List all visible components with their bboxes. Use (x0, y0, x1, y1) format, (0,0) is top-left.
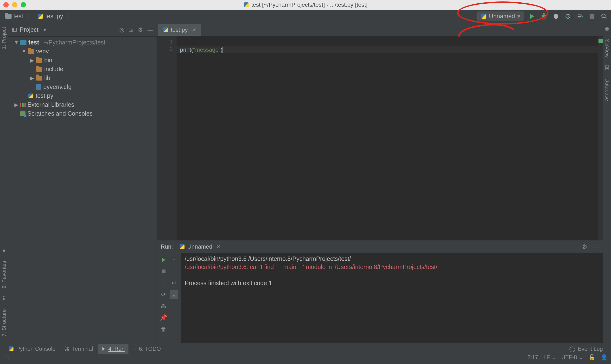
navigation-bar: test 〉 test.py 〉 Unnamed ▾ (0, 10, 611, 23)
event-log-icon: ◯ (569, 346, 575, 352)
editor-body[interactable]: 1 2 print("message") (157, 37, 603, 240)
run-header: Run: Unnamed ✕ ⚙ — (157, 240, 603, 253)
project-view-selector[interactable]: Project (12, 26, 46, 33)
folder-icon (5, 14, 12, 19)
tree-scratches[interactable]: Scratches and Consoles (8, 109, 157, 118)
tab-label: Event Log (578, 346, 603, 352)
run-toolbar: Unnamed ▾ (477, 12, 608, 21)
minimize-window-button[interactable] (12, 2, 17, 7)
favorites-tool-tab[interactable]: 2: Favorites (1, 260, 7, 290)
editor-tab-bar: test.py ✕ (157, 23, 603, 37)
close-window-button[interactable] (3, 2, 9, 7)
play-icon (103, 347, 105, 351)
console-error-line: /usr/local/bin/python3.6: can't find '__… (185, 263, 438, 270)
editor-tab[interactable]: test.py ✕ (158, 24, 201, 36)
tree-include[interactable]: include (8, 65, 157, 74)
restart-button[interactable]: ⟳ (159, 290, 168, 299)
chevron-right-icon: 〉 (66, 12, 74, 21)
project-tree[interactable]: test ~/PycharmProjects/test venv bin inc… (8, 37, 157, 119)
python-file-icon (243, 2, 249, 8)
terminal-tab[interactable]: ⌘ Terminal (60, 344, 97, 354)
close-tab-button[interactable]: ✕ (192, 27, 196, 33)
sciview-tool-tab[interactable]: SciView (604, 38, 610, 59)
delete-button[interactable]: 🗑 (159, 325, 168, 334)
structure-icon: ⠿ (2, 296, 6, 302)
line-gutter[interactable]: 1 2 (157, 37, 177, 240)
structure-tool-tab[interactable]: 7: Structure (1, 308, 7, 338)
tree-venv[interactable]: venv (8, 47, 157, 56)
python-file-icon (38, 13, 43, 19)
editor-area: test.py ✕ 1 2 print("message") Run: (157, 23, 603, 352)
breadcrumb-project[interactable]: test (4, 12, 25, 21)
settings-button[interactable]: ⚙ (138, 26, 143, 33)
database-tool-tab[interactable]: Database (604, 77, 610, 103)
run-configuration-selector[interactable]: Unnamed ▾ (477, 12, 524, 21)
tree-bin[interactable]: bin (8, 56, 157, 65)
run-with-coverage-button[interactable] (552, 12, 560, 20)
folder-icon (36, 58, 42, 63)
cursor-position[interactable]: 2:17 (527, 354, 538, 361)
project-tool-window: Project ◎ ⇲ ⚙ — test ~/PycharmProjects/t… (8, 23, 157, 352)
run-tab[interactable]: 4: Run (98, 344, 128, 354)
bottom-tool-tabs: Python Console ⌘ Terminal 4: Run ≡ 6: TO… (0, 343, 611, 354)
up-trace-button[interactable]: ↑ (170, 255, 178, 264)
tree-external-libraries[interactable]: External Libraries (8, 100, 157, 109)
tree-testpy[interactable]: test.py (8, 91, 157, 100)
search-everywhere-button[interactable] (600, 12, 608, 20)
locate-file-button[interactable]: ◎ (119, 26, 124, 33)
close-run-tab-button[interactable]: ✕ (216, 244, 220, 249)
pause-button[interactable]: ‖ (159, 278, 168, 287)
hide-panel-button[interactable]: — (147, 26, 153, 33)
stop-button[interactable] (588, 12, 596, 20)
code-area[interactable]: print("message") (177, 37, 598, 240)
module-folder-icon (20, 40, 27, 45)
main-area: 1: Project Project ◎ ⇲ ⚙ — test ~/Pychar… (0, 23, 611, 352)
error-stripe[interactable] (598, 37, 603, 240)
run-config-label: Unnamed (489, 13, 515, 20)
python-console-tab[interactable]: Python Console (4, 344, 59, 354)
todo-tab[interactable]: ≡ 6: TODO (129, 344, 165, 354)
run-tab[interactable]: Unnamed ✕ (177, 242, 223, 251)
python-icon (8, 346, 14, 352)
debug-button[interactable] (540, 12, 548, 20)
maximize-window-button[interactable] (21, 2, 26, 7)
soft-wrap-button[interactable]: ↩ (170, 278, 178, 287)
code-line: print("message") (177, 46, 598, 53)
down-trace-button[interactable]: ↓ (170, 267, 178, 276)
hide-run-panel-button[interactable]: — (593, 243, 599, 250)
file-encoding[interactable]: UTF-8 ⌄ (561, 354, 583, 361)
run-console[interactable]: /usr/local/bin/python3.6 /Users/interno.… (181, 253, 603, 352)
database-icon: 🗄 (605, 65, 610, 71)
quick-access-button[interactable]: ▢ (3, 354, 9, 361)
inspection-indicator[interactable]: 👤 (601, 354, 608, 361)
tree-item-label: test.py (36, 92, 53, 99)
chevron-down-icon: ▾ (518, 13, 520, 20)
scratches-icon (20, 111, 26, 116)
collapse-all-button[interactable]: ⇲ (129, 26, 133, 33)
project-tool-tab[interactable]: 1: Project (1, 26, 7, 51)
tree-pyvenv[interactable]: pyvenv.cfg (8, 82, 157, 91)
left-tool-strip-bottom: ★ 2: Favorites ⠿ 7: Structure (0, 242, 8, 343)
event-log-tab[interactable]: ◯ Event Log (565, 344, 607, 354)
line-separator[interactable]: LF ⌄ (544, 354, 556, 361)
run-button[interactable] (528, 12, 536, 20)
print-button[interactable]: 🖶 (159, 301, 168, 311)
console-line: /usr/local/bin/python3.6 /Users/interno.… (185, 255, 351, 262)
profile-button[interactable] (564, 12, 572, 20)
analysis-ok-icon (598, 39, 603, 43)
attach-button[interactable] (576, 12, 584, 20)
stop-run-button[interactable] (159, 267, 168, 276)
breadcrumb-file[interactable]: test.py (36, 12, 65, 21)
tab-label: Python Console (16, 346, 55, 352)
tree-lib[interactable]: lib (8, 74, 157, 82)
scroll-end-button[interactable]: ⤓ (170, 290, 178, 299)
tree-root[interactable]: test ~/PycharmProjects/test (8, 38, 157, 47)
pin-button[interactable]: 📌 (159, 313, 168, 322)
tree-item-label: venv (36, 48, 49, 55)
rerun-button[interactable] (159, 255, 168, 264)
read-only-toggle[interactable]: 🔓 (588, 354, 595, 361)
run-settings-button[interactable]: ⚙ (582, 243, 587, 250)
tree-root-path: ~/PycharmProjects/test (43, 39, 105, 46)
window-title: test [~/PycharmProjects/test] - .../test… (0, 1, 611, 8)
run-tab-label: Unnamed (187, 243, 213, 250)
